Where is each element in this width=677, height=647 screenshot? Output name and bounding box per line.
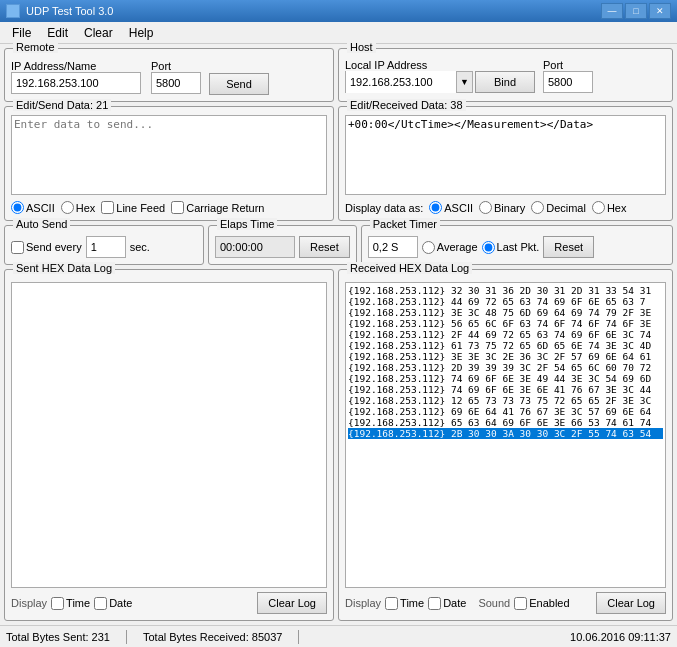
host-ip-combo[interactable]: ▼: [345, 71, 473, 93]
sent-display-label: Display: [11, 597, 47, 609]
status-divider-1: [126, 630, 127, 644]
recv-log-line[interactable]: {192.168.253.112} 74 69 6F 6E 3E 6E 41 7…: [348, 384, 663, 395]
close-button[interactable]: ✕: [649, 3, 671, 19]
recv-log-line[interactable]: {192.168.253.112} 74 69 6F 6E 3E 49 44 3…: [348, 373, 663, 384]
remote-port-input[interactable]: [151, 72, 201, 94]
packet-timer-input[interactable]: [368, 236, 418, 258]
recv-log-content[interactable]: {192.168.253.112} 32 30 31 36 2D 30 31 2…: [345, 282, 666, 588]
recv-enabled-checkbox[interactable]: [514, 597, 527, 610]
sent-time-checkbox[interactable]: [51, 597, 64, 610]
menu-bar: File Edit Clear Help: [0, 22, 677, 44]
lastpkt-radio[interactable]: [482, 241, 495, 254]
recv-log-line[interactable]: {192.168.253.112} 56 65 6C 6F 63 74 6F 7…: [348, 318, 663, 329]
menu-help[interactable]: Help: [121, 24, 162, 42]
recv-time-checkbox-label[interactable]: Time: [385, 597, 424, 610]
host-port-label: Port: [543, 59, 593, 71]
recv-binary-radio[interactable]: [479, 201, 492, 214]
total-bytes-sent: Total Bytes Sent: 231: [6, 631, 110, 643]
packet-timer-label: Packet Timer: [370, 218, 440, 230]
recv-decimal-radio[interactable]: [531, 201, 544, 214]
recv-textarea[interactable]: +00:00</UtcTime></Measurement></Data>: [345, 115, 666, 195]
ascii-radio-label[interactable]: ASCII: [11, 201, 55, 214]
menu-file[interactable]: File: [4, 24, 39, 42]
send-every-checkbox-label[interactable]: Send every: [11, 241, 82, 254]
carriage-checkbox[interactable]: [171, 201, 184, 214]
remote-port-label: Port: [151, 60, 201, 72]
sent-log-label: Sent HEX Data Log: [13, 262, 115, 274]
recv-sound-label: Sound: [478, 597, 510, 609]
send-every-checkbox[interactable]: [11, 241, 24, 254]
recv-log-line[interactable]: {192.168.253.112} 65 63 64 69 6F 6E 3E 6…: [348, 417, 663, 428]
recv-log-line[interactable]: {192.168.253.112} 61 73 75 72 65 6D 65 6…: [348, 340, 663, 351]
recv-decimal-radio-label[interactable]: Decimal: [531, 201, 586, 214]
total-bytes-recv: Total Bytes Received: 85037: [143, 631, 282, 643]
host-ip-label: Local IP Address: [345, 59, 535, 71]
elaps-reset-button[interactable]: Reset: [299, 236, 350, 258]
recv-log-line[interactable]: {192.168.253.112} 44 69 72 65 63 74 69 6…: [348, 296, 663, 307]
host-ip-dropdown-btn[interactable]: ▼: [456, 72, 472, 92]
host-label: Host: [347, 41, 376, 53]
recv-log-line[interactable]: {192.168.253.112} 2D 39 39 39 3C 2F 54 6…: [348, 362, 663, 373]
send-interval-input[interactable]: [86, 236, 126, 258]
edit-recv-label: Edit/Received Data: 38: [347, 99, 466, 111]
packet-reset-button[interactable]: Reset: [543, 236, 594, 258]
recv-binary-radio-label[interactable]: Binary: [479, 201, 525, 214]
recv-hex-radio-label[interactable]: Hex: [592, 201, 627, 214]
ascii-radio[interactable]: [11, 201, 24, 214]
packet-timer-group: Packet Timer Average Last Pkt. Reset: [361, 225, 673, 265]
sent-time-checkbox-label[interactable]: Time: [51, 597, 90, 610]
app-title: UDP Test Tool 3.0: [26, 5, 113, 17]
auto-send-group: Auto Send Send every sec.: [4, 225, 204, 265]
display-data-as-label: Display data as:: [345, 202, 423, 214]
average-radio[interactable]: [422, 241, 435, 254]
sent-date-checkbox-label[interactable]: Date: [94, 597, 132, 610]
recv-log-line[interactable]: {192.168.253.112} 2F 44 69 72 65 63 74 6…: [348, 329, 663, 340]
send-button[interactable]: Send: [209, 73, 269, 95]
menu-clear[interactable]: Clear: [76, 24, 121, 42]
host-port-input[interactable]: [543, 71, 593, 93]
sent-clear-log-button[interactable]: Clear Log: [257, 592, 327, 614]
elaps-time-group: Elaps Time Reset: [208, 225, 357, 265]
maximize-button[interactable]: □: [625, 3, 647, 19]
recv-display-label: Display: [345, 597, 381, 609]
average-radio-label[interactable]: Average: [422, 241, 478, 254]
linefeed-checkbox-label[interactable]: Line Feed: [101, 201, 165, 214]
edit-recv-group: Edit/Received Data: 38 +00:00</UtcTime><…: [338, 106, 673, 221]
send-textarea[interactable]: [11, 115, 327, 195]
hex-radio-label[interactable]: Hex: [61, 201, 96, 214]
recv-log-line[interactable]: {192.168.253.112} 69 6E 64 41 76 67 3E 3…: [348, 406, 663, 417]
recv-date-checkbox-label[interactable]: Date: [428, 597, 466, 610]
recv-ascii-radio[interactable]: [429, 201, 442, 214]
sent-log-textarea[interactable]: [11, 282, 327, 588]
recv-log-line[interactable]: {192.168.253.112} 32 30 31 36 2D 30 31 2…: [348, 285, 663, 296]
host-ip-input[interactable]: [346, 71, 456, 93]
recv-log-line[interactable]: {192.168.253.112} 3E 3C 48 75 6D 69 64 6…: [348, 307, 663, 318]
recv-log-group: Received HEX Data Log {192.168.253.112} …: [338, 269, 673, 621]
sent-log-group: Sent HEX Data Log Display Time Date Clea…: [4, 269, 334, 621]
lastpkt-radio-label[interactable]: Last Pkt.: [482, 241, 540, 254]
remote-label: Remote: [13, 41, 58, 53]
bind-button[interactable]: Bind: [475, 71, 535, 93]
recv-log-line[interactable]: {192.168.253.112} 3E 3E 3C 2E 36 3C 2F 5…: [348, 351, 663, 362]
recv-clear-log-button[interactable]: Clear Log: [596, 592, 666, 614]
hex-radio[interactable]: [61, 201, 74, 214]
recv-date-checkbox[interactable]: [428, 597, 441, 610]
recv-hex-radio[interactable]: [592, 201, 605, 214]
recv-log-line[interactable]: {192.168.253.112} 2B 30 30 3A 30 30 3C 2…: [348, 428, 663, 439]
recv-enabled-checkbox-label[interactable]: Enabled: [514, 597, 569, 610]
title-bar: UDP Test Tool 3.0 — □ ✕: [0, 0, 677, 22]
elaps-label: Elaps Time: [217, 218, 277, 230]
carriage-checkbox-label[interactable]: Carriage Return: [171, 201, 264, 214]
remote-ip-input[interactable]: [11, 72, 141, 94]
recv-ascii-radio-label[interactable]: ASCII: [429, 201, 473, 214]
timestamp: 10.06.2016 09:11:37: [570, 631, 671, 643]
menu-edit[interactable]: Edit: [39, 24, 76, 42]
recv-time-checkbox[interactable]: [385, 597, 398, 610]
edit-send-label: Edit/Send Data: 21: [13, 99, 111, 111]
sent-date-checkbox[interactable]: [94, 597, 107, 610]
send-unit-label: sec.: [130, 241, 150, 253]
minimize-button[interactable]: —: [601, 3, 623, 19]
recv-log-line[interactable]: {192.168.253.112} 12 65 73 73 73 75 72 6…: [348, 395, 663, 406]
host-group: Host Local IP Address ▼ Bind Port: [338, 48, 673, 102]
linefeed-checkbox[interactable]: [101, 201, 114, 214]
